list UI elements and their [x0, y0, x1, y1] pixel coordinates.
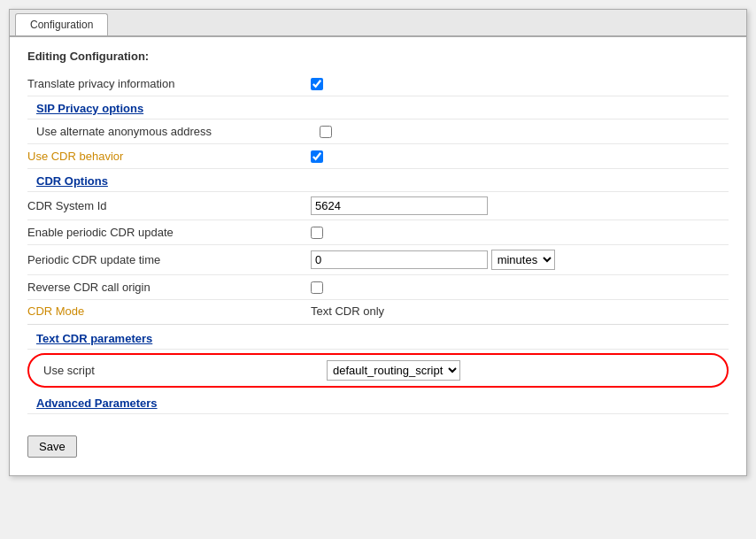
cdr-system-id-row: CDR System Id [27, 192, 729, 220]
cdr-system-id-label: CDR System Id [27, 199, 311, 212]
use-cdr-behavior-row: Use CDR behavior [27, 144, 729, 169]
tab-bar: Configuration [10, 10, 746, 37]
use-script-select[interactable]: default_routing_script other_script [327, 360, 460, 381]
periodic-cdr-time-input[interactable] [311, 250, 488, 269]
main-window: Configuration Editing Configuration: Tra… [9, 9, 747, 476]
sip-privacy-options-link[interactable]: SIP Privacy options [36, 102, 143, 115]
text-cdr-parameters-link[interactable]: Text CDR parameters [36, 332, 152, 345]
reverse-cdr-checkbox[interactable] [311, 281, 323, 294]
translate-privacy-checkbox[interactable] [311, 78, 323, 90]
cdr-options-row: CDR Options [27, 169, 729, 192]
reverse-cdr-label: Reverse CDR call origin [27, 281, 311, 294]
form-content: Editing Configuration: Translate privacy… [10, 37, 746, 475]
text-cdr-parameters-row: Text CDR parameters [27, 327, 729, 350]
periodic-cdr-unit-select[interactable]: minutes [491, 250, 555, 270]
cdr-system-id-input[interactable] [311, 196, 488, 215]
cdr-mode-row: CDR Mode Text CDR only [27, 300, 729, 322]
advanced-parameters-row: Advanced Parameters [27, 391, 729, 414]
advanced-parameters-link[interactable]: Advanced Parameters [36, 397, 158, 410]
use-script-row: Use script default_routing_script other_… [27, 353, 729, 388]
cdr-options-link[interactable]: CDR Options [36, 174, 108, 188]
use-alternate-anon-row: Use alternate anonymous address [27, 119, 729, 144]
save-button[interactable]: Save [27, 435, 77, 458]
cdr-mode-value: Text CDR only [311, 304, 384, 318]
enable-periodic-cdr-label: Enable periodic CDR update [27, 226, 311, 239]
reverse-cdr-row: Reverse CDR call origin [27, 275, 729, 300]
periodic-cdr-time-label: Periodic CDR update time [27, 253, 311, 266]
editing-configuration-title: Editing Configuration: [27, 50, 729, 63]
use-cdr-behavior-label: Use CDR behavior [27, 150, 311, 163]
enable-periodic-cdr-row: Enable periodic CDR update [27, 220, 729, 245]
use-cdr-behavior-checkbox[interactable] [311, 150, 323, 163]
use-alternate-anon-checkbox[interactable] [320, 126, 332, 138]
periodic-cdr-time-row: Periodic CDR update time minutes [27, 245, 729, 275]
sip-privacy-options-row: SIP Privacy options [27, 96, 729, 119]
translate-privacy-label: Translate privacy information [27, 77, 311, 90]
enable-periodic-cdr-checkbox[interactable] [311, 227, 323, 239]
save-button-container: Save [27, 423, 729, 458]
translate-privacy-row: Translate privacy information [27, 72, 729, 96]
use-alternate-anon-label: Use alternate anonymous address [36, 125, 320, 138]
use-script-label: Use script [43, 364, 327, 377]
cdr-mode-label: CDR Mode [27, 304, 311, 318]
tab-configuration[interactable]: Configuration [15, 13, 108, 35]
